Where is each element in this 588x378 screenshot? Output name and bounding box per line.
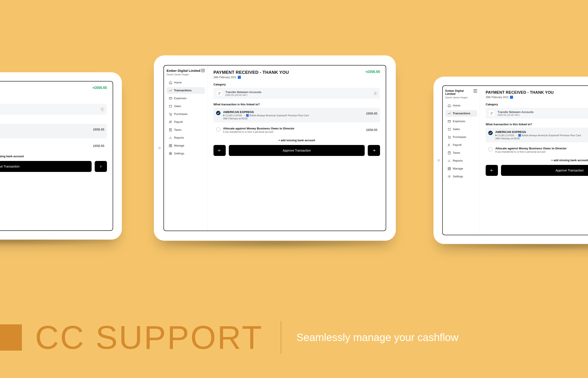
sidebar-item-label: Purchases xyxy=(453,135,466,139)
sidebar-item-label: Home xyxy=(453,104,461,107)
tablet-right: Ember Digital Limited Daniel James Hogan… xyxy=(434,77,588,244)
sidebar-item-manage[interactable]: Manage xyxy=(167,142,205,149)
link-option-amex[interactable]: AMERICAN EXPRESS CLUB LLOYDS → British A… xyxy=(486,128,588,142)
app: Ember Digital Limited Daniel James Hogan… xyxy=(443,86,588,235)
svg-rect-11 xyxy=(448,121,451,122)
radio-selected-icon xyxy=(216,111,221,115)
add-missing-account-link[interactable]: + add missing bank account xyxy=(0,155,107,158)
approve-button[interactable]: Approve Transaction xyxy=(501,165,588,176)
category-sub: £656.65 (£0.00 VAT) xyxy=(497,114,534,116)
svg-point-1 xyxy=(170,115,170,115)
svg-rect-17 xyxy=(449,167,451,168)
category-label: Category xyxy=(486,103,588,106)
reports-icon xyxy=(448,159,451,162)
sidebar-item-taxes[interactable]: Taxes xyxy=(167,127,205,133)
route-to: British Airways American Express® Premiu… xyxy=(250,114,309,117)
approve-button[interactable]: Approve Transaction xyxy=(0,161,92,172)
sidebar-item-reports[interactable]: Reports xyxy=(167,135,205,141)
prev-button[interactable] xyxy=(486,165,498,176)
sidebar-item-sales[interactable]: Sales xyxy=(445,126,477,133)
vertical-divider xyxy=(281,321,281,354)
transfer-icon xyxy=(488,110,495,117)
sidebar-item-settings[interactable]: Settings xyxy=(167,150,205,157)
sidebar-item-purchases[interactable]: Purchases xyxy=(445,134,477,140)
sidebar-item-transactions[interactable]: Transactions xyxy=(445,110,477,117)
action-bar: Approve Transaction xyxy=(486,165,588,176)
title-bar: PAYMENT RECEIVED - THANK YOU 26th Februa… xyxy=(213,70,380,79)
sidebar-item-label: Settings xyxy=(453,175,463,178)
page-meta: 26th February 2021 xyxy=(213,76,289,79)
sidebar-item-label: Sales xyxy=(453,127,460,131)
home-icon xyxy=(169,81,172,84)
link-question: What transaction is this linked to? xyxy=(0,119,107,122)
info-icon[interactable]: i xyxy=(373,91,378,96)
next-button[interactable] xyxy=(368,145,380,156)
link-option-director[interactable]: Allocate against Money Business Owes to … xyxy=(0,140,107,152)
svg-point-13 xyxy=(450,138,450,138)
info-icon[interactable]: i xyxy=(100,107,105,112)
app: PAYMENT RECEIVED - THANK YOU 26th Februa… xyxy=(0,81,113,230)
bank-chip-icon xyxy=(510,96,513,99)
gear-icon xyxy=(448,175,451,178)
hamburger-icon[interactable] xyxy=(201,69,205,72)
link-option-director[interactable]: Allocate against Money Business Owes to … xyxy=(213,124,380,136)
option-date: 26th February at 00:00 xyxy=(223,117,364,120)
page-meta: 26th February 2021 xyxy=(486,96,554,99)
title-bar: PAYMENT RECEIVED - THANK YOU 26th Februa… xyxy=(0,86,107,95)
sidebar-item-label: Payroll xyxy=(453,143,462,147)
txn-amount: +£656.65 xyxy=(365,70,380,74)
sidebar-item-label: Reports xyxy=(453,159,463,162)
link-option-director[interactable]: Allocate against Money Business Owes to … xyxy=(486,144,588,156)
sidebar-item-settings[interactable]: Settings xyxy=(445,173,477,180)
svg-rect-8 xyxy=(169,146,170,147)
sidebar: Ember Digital Limited Daniel James Hogan… xyxy=(164,66,208,231)
sidebar-item-manage[interactable]: Manage xyxy=(445,165,477,172)
svg-rect-7 xyxy=(171,144,172,145)
add-missing-account-link[interactable]: + add missing bank account xyxy=(213,139,380,142)
transactions-icon xyxy=(448,112,451,115)
hamburger-icon[interactable] xyxy=(473,89,477,93)
sidebar-item-expenses[interactable]: Expenses xyxy=(445,118,477,125)
action-bar: Approve Transaction xyxy=(0,161,107,172)
sidebar-item-taxes[interactable]: Taxes xyxy=(445,149,477,156)
option-sub: If you transferred to or from a personal… xyxy=(0,147,91,149)
add-missing-account-link[interactable]: + add missing bank account xyxy=(486,159,588,162)
manage-icon xyxy=(169,144,172,147)
link-option-amex[interactable]: AMERICAN EXPRESS CLUB LLOYDS → British A… xyxy=(213,108,380,122)
svg-point-2 xyxy=(171,115,172,115)
payroll-icon xyxy=(448,143,451,147)
sidebar-item-payroll[interactable]: Payroll xyxy=(167,119,205,125)
svg-point-3 xyxy=(170,121,170,122)
tablet-home-button[interactable] xyxy=(437,159,440,162)
sidebar-item-label: Payroll xyxy=(174,120,183,123)
tablet-home-button[interactable] xyxy=(158,147,161,149)
approve-button[interactable]: Approve Transaction xyxy=(229,145,365,156)
category-row[interactable]: Transfer Between Accounts £656.65 (£0.00… xyxy=(213,88,380,99)
sidebar-item-payroll[interactable]: Payroll xyxy=(445,142,477,148)
sidebar-item-label: Manage xyxy=(174,144,184,147)
sidebar-item-label: Purchases xyxy=(174,112,187,116)
home-icon xyxy=(448,104,451,107)
sidebar-item-label: Transactions xyxy=(453,112,470,115)
category-row[interactable]: Transfer Between Accounts £656.65 (£0.00… xyxy=(0,104,107,115)
option-title: Allocate against Money Business Owes to … xyxy=(495,147,588,150)
page-title: PAYMENT RECEIVED - THANK YOU xyxy=(486,90,554,95)
next-button[interactable] xyxy=(95,161,107,172)
sidebar-item-sales[interactable]: Sales xyxy=(167,103,205,109)
bank-chip-icon xyxy=(518,134,521,137)
sidebar-item-reports[interactable]: Reports xyxy=(445,158,477,164)
link-question: What transaction is this linked to? xyxy=(213,103,380,106)
svg-point-4 xyxy=(171,121,172,122)
prev-button[interactable] xyxy=(213,145,226,156)
sidebar-item-purchases[interactable]: Purchases xyxy=(167,111,205,117)
option-title: Allocate against Money Business Owes to … xyxy=(223,127,364,130)
taxes-icon xyxy=(169,128,172,132)
sidebar-item-transactions[interactable]: Transactions xyxy=(167,87,205,94)
taxes-icon xyxy=(448,151,451,155)
sidebar-item-home[interactable]: Home xyxy=(445,102,477,109)
category-row[interactable]: Transfer Between Accounts £656.65 (£0.00… xyxy=(486,108,588,119)
link-option-amex[interactable]: AMERICAN EXPRESS CLUB LLOYDS → British A… xyxy=(0,124,107,138)
sidebar-item-home[interactable]: Home xyxy=(167,79,205,86)
sidebar-item-expenses[interactable]: Expenses xyxy=(167,95,205,102)
svg-rect-6 xyxy=(169,144,170,145)
